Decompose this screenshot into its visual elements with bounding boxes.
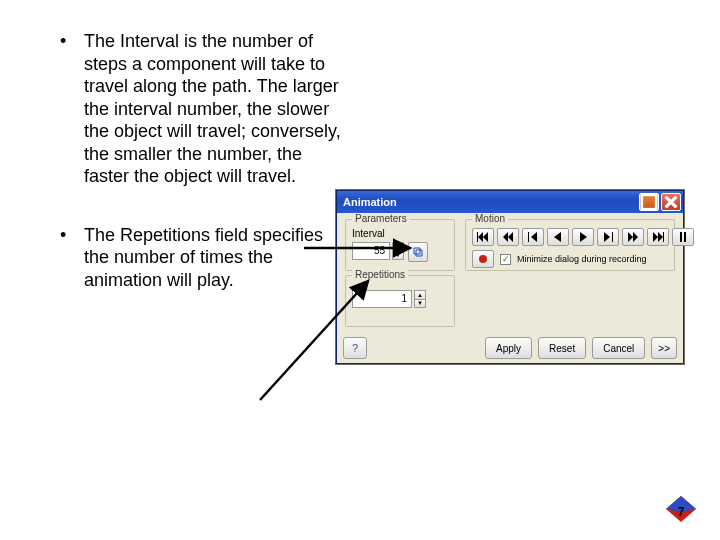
spinner-down-icon[interactable]: ▼	[414, 300, 426, 309]
expand-dialog-button[interactable]: >>	[651, 337, 677, 359]
dialog-title: Animation	[343, 196, 637, 208]
repetitions-input[interactable]: 1	[352, 290, 412, 308]
interval-spinner[interactable]: ▲ ▼	[392, 242, 404, 260]
go-to-start-button[interactable]	[472, 228, 494, 246]
repetitions-legend: Repetitions	[352, 269, 408, 280]
motion-legend: Motion	[472, 213, 508, 224]
bullet-item: The Interval is the number of steps a co…	[60, 30, 350, 188]
reset-button[interactable]: Reset	[538, 337, 586, 359]
titlebar[interactable]: Animation	[337, 191, 683, 213]
repetitions-group: Repetitions 1 ▲ ▼	[345, 275, 455, 327]
svg-rect-0	[642, 195, 656, 209]
interval-label: Interval	[352, 228, 385, 239]
minimize-checkbox[interactable]: ✓	[500, 254, 511, 265]
cancel-button[interactable]: Cancel	[592, 337, 645, 359]
minimize-window-button[interactable]	[639, 193, 659, 211]
dialog-body: Parameters Interval 55 ▲ ▼ Motion	[337, 213, 683, 363]
spinner-up-icon[interactable]: ▲	[414, 290, 426, 300]
bullet-item: The Repetitions field specifies the numb…	[60, 224, 350, 292]
parameters-legend: Parameters	[352, 213, 410, 224]
step-forward-button[interactable]	[597, 228, 619, 246]
record-row: ✓ Minimize dialog during recording	[472, 250, 647, 268]
interval-input[interactable]: 55	[352, 242, 390, 260]
repetitions-spinner[interactable]: ▲ ▼	[414, 290, 426, 308]
apply-button[interactable]: Apply	[485, 337, 532, 359]
fast-rewind-button[interactable]	[497, 228, 519, 246]
spinner-up-icon[interactable]: ▲	[392, 242, 404, 252]
play-reverse-button[interactable]	[547, 228, 569, 246]
bullet-text: The Interval is the number of steps a co…	[84, 31, 341, 186]
record-button[interactable]	[472, 250, 494, 268]
animation-dialog: Animation Parameters Interval 55 ▲ ▼	[336, 190, 684, 364]
minimize-checkbox-label: Minimize dialog during recording	[517, 254, 647, 264]
close-window-button[interactable]	[661, 193, 681, 211]
slide-bullets: The Interval is the number of steps a co…	[60, 30, 350, 327]
play-forward-button[interactable]	[572, 228, 594, 246]
repetitions-field: 1 ▲ ▼	[352, 290, 426, 308]
record-icon	[479, 255, 487, 263]
step-back-button[interactable]	[522, 228, 544, 246]
parameters-group: Parameters Interval 55 ▲ ▼	[345, 219, 455, 271]
fast-forward-button[interactable]	[622, 228, 644, 246]
page-number: 7	[678, 505, 685, 519]
transport-controls	[472, 228, 694, 246]
help-icon: ?	[352, 342, 358, 354]
page-number-logo: 7	[664, 494, 698, 524]
help-button[interactable]: ?	[343, 337, 367, 359]
interval-additional-button[interactable]	[408, 242, 428, 262]
pause-button[interactable]	[672, 228, 694, 246]
go-to-end-button[interactable]	[647, 228, 669, 246]
interval-field: 55 ▲ ▼	[352, 242, 428, 260]
motion-group: Motion	[465, 219, 675, 271]
check-icon: ✓	[502, 255, 510, 264]
bullet-text: The Repetitions field specifies the numb…	[84, 225, 323, 290]
spinner-down-icon[interactable]: ▼	[392, 252, 404, 261]
